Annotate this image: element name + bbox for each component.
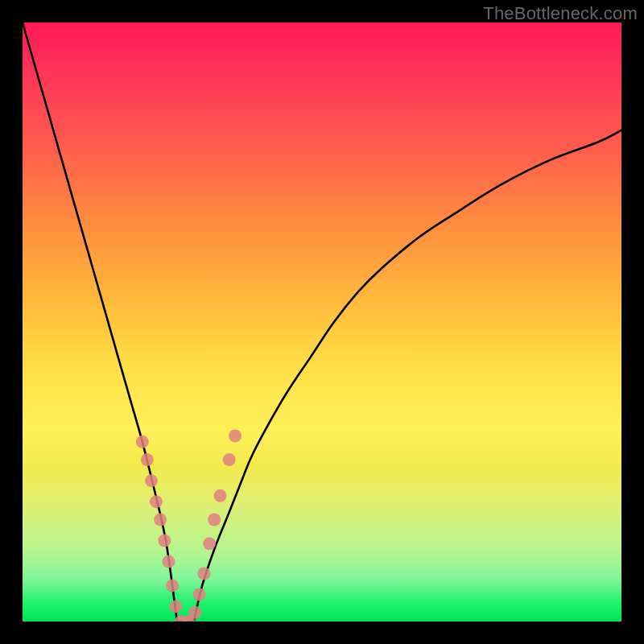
data-point-marker (136, 436, 149, 448)
data-point-marker (203, 537, 216, 550)
data-point-marker (223, 453, 236, 466)
data-point-marker (163, 555, 175, 568)
marker-layer (136, 429, 242, 621)
data-point-marker (150, 495, 163, 508)
plot-area (23, 23, 621, 621)
chart-frame: TheBottleneck.com (0, 0, 644, 644)
data-point-marker (197, 568, 210, 580)
data-point-marker (229, 429, 242, 442)
data-point-marker (158, 535, 171, 547)
curve-layer (23, 23, 621, 621)
bottleneck-curve (23, 23, 621, 621)
watermark-text: TheBottleneck.com (483, 3, 638, 24)
data-point-marker (154, 514, 167, 526)
data-point-marker (208, 514, 221, 526)
data-point-marker (141, 453, 154, 466)
data-point-marker (145, 474, 158, 487)
chart-svg (23, 23, 621, 621)
data-point-marker (193, 588, 206, 601)
data-point-marker (170, 600, 183, 613)
data-point-marker (188, 606, 201, 619)
data-point-marker (166, 579, 179, 592)
data-point-marker (214, 489, 227, 502)
